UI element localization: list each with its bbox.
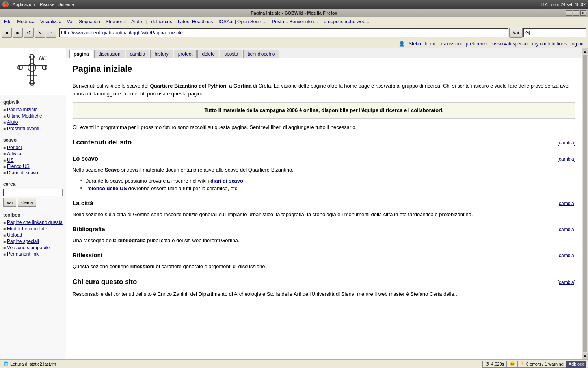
adblock-button[interactable]: Adblock <box>566 361 586 368</box>
contributions-link[interactable]: my contributions <box>532 41 567 47</box>
sidebar-item-prossimi[interactable]: ■ Prossimi eventi <box>3 125 63 132</box>
sidebar-item-pagine-linkano[interactable]: ■ Pagine che linkano questa <box>3 219 63 226</box>
menu-headlines[interactable]: Latest Headlines <box>175 18 215 25</box>
stop-button[interactable]: ✕ <box>35 28 45 38</box>
sidebar-item-upload[interactable]: ■ Upload <box>3 232 63 238</box>
maximize-button[interactable]: □ <box>573 10 579 16</box>
section-citta-edit[interactable]: [cambia] <box>558 200 575 207</box>
sidebar-item-diario[interactable]: ■ Diario di scavo <box>3 170 63 176</box>
sidebar-item-aiuto[interactable]: ■ Aiuto <box>3 119 63 125</box>
sidebar-link-elenco[interactable]: Elenco US <box>7 164 30 169</box>
tab-cambia[interactable]: cambia <box>126 50 150 58</box>
sidebar-link-pagine-linkano[interactable]: Pagine che linkano questa <box>7 220 63 225</box>
os-apple-icon[interactable]: 🍎 <box>2 1 9 7</box>
sidebar-link-pagine-speciali[interactable]: Pagine speciali <box>7 239 39 244</box>
home-button[interactable]: ⌂ <box>46 28 56 38</box>
section-scavo-edit[interactable]: [cambia] <box>558 155 575 163</box>
menu-iosa[interactable]: IOSA.it | Open Sourc... <box>216 18 269 25</box>
back-button[interactable]: ◄ <box>2 28 12 38</box>
sidebar-item-pagine-speciali[interactable]: ■ Pagine speciali <box>3 238 63 245</box>
os-system-menu[interactable]: Sistema <box>58 2 74 7</box>
tab-discussion[interactable]: discussion <box>94 50 125 58</box>
reload-button[interactable]: ↺ <box>24 28 34 38</box>
scroll-up-button[interactable]: ▲ <box>582 48 588 54</box>
sidebar-link-aiuto[interactable]: Aiuto <box>7 120 18 125</box>
menu-strumenti[interactable]: Strumenti <box>103 18 128 25</box>
os-apps-menu[interactable]: Applicazioni <box>13 2 36 7</box>
sidebar-link-ultime[interactable]: Ultime Modifiche <box>7 113 42 119</box>
diari-link[interactable]: diari di scavo <box>210 178 243 184</box>
sidebar-link-pagina[interactable]: Pagina iniziale <box>7 107 37 112</box>
sidebar-link-diario[interactable]: Diario di scavo <box>7 170 38 176</box>
menu-aiuto[interactable]: Aiuto <box>129 18 144 25</box>
menu-visualizza[interactable]: Visualizza <box>38 18 64 25</box>
close-button[interactable]: × <box>580 10 586 16</box>
menu-delicious[interactable]: del.icio.us <box>149 18 175 25</box>
sidebar-gqbwiki-title: gqbwiki <box>3 99 63 105</box>
sidebar-link-attivita[interactable]: Attività <box>7 151 21 157</box>
forward-button[interactable]: ► <box>13 28 23 38</box>
bullet-icon: ■ <box>3 239 6 244</box>
sidebar-item-permanent[interactable]: ■ Permanent link <box>3 251 63 257</box>
sidebar-link-permanent[interactable]: Permanent link <box>7 251 39 257</box>
logout-link[interactable]: log out <box>571 41 585 47</box>
page-intro: Benvenuti sul wiki dello scavo del Quart… <box>73 82 575 97</box>
preferences-link[interactable]: preferenze <box>466 41 488 47</box>
sidebar-link-versione[interactable]: Versione stampabile <box>7 245 50 250</box>
section-contenuti-edit[interactable]: [cambia] <box>558 139 575 146</box>
osservati-link[interactable]: osservati speciali <box>492 41 528 47</box>
menu-posta[interactable]: Posta :: Benvenuto i... <box>270 18 320 25</box>
sidebar-logo: NE <box>0 48 66 95</box>
user-link[interactable]: Steko <box>409 41 421 47</box>
bullet-icon: ■ <box>3 164 6 169</box>
section-chi-cura-edit[interactable]: [cambia] <box>558 279 575 286</box>
sidebar-link-us[interactable]: US <box>7 157 14 163</box>
section-biblio-edit[interactable]: [cambia] <box>558 226 575 233</box>
sidebar-link-upload[interactable]: Upload <box>7 232 22 238</box>
window-controls[interactable]: − □ × <box>566 10 586 16</box>
section-riflessioni-edit[interactable]: [cambia] <box>558 252 575 259</box>
menu-vai[interactable]: Vai <box>65 18 76 25</box>
scroll-down-button[interactable]: ▼ <box>582 353 588 359</box>
scrollbar[interactable]: ▲ ▼ <box>582 48 588 359</box>
elenco-us-link[interactable]: elenco delle US <box>89 185 127 191</box>
minimize-button[interactable]: − <box>566 10 572 16</box>
sidebar-item-periodi[interactable]: ■ Periodi <box>3 144 63 151</box>
tab-pagina[interactable]: pagina <box>69 50 93 58</box>
article: Pagina iniziale Benvenuti sul wiki dello… <box>66 58 582 305</box>
status-loading-text: Lettura di static2.last.fm <box>10 362 56 366</box>
go-button[interactable]: Vai <box>509 28 523 38</box>
sidebar-item-pagina[interactable]: ■ Pagina iniziale <box>3 106 63 113</box>
sidebar-search-input[interactable] <box>3 189 63 196</box>
search-cerca-button[interactable]: Cerca <box>18 198 36 207</box>
sidebar-link-prossimi[interactable]: Prossimi eventi <box>7 126 39 131</box>
scroll-thumb[interactable] <box>583 55 587 352</box>
tab-tieni[interactable]: tieni d'occhio <box>243 50 279 58</box>
tab-delete[interactable]: delete <box>197 50 219 58</box>
sidebar-item-attivita[interactable]: ■ Attività <box>3 151 63 157</box>
firefox-titlebar: Pagina Iniziale - GQBWiki - Mozilla Fire… <box>0 9 588 17</box>
tab-protect[interactable]: protect <box>174 50 197 58</box>
tab-history[interactable]: history <box>150 50 173 58</box>
status-smiley: 😊 <box>507 361 518 368</box>
menu-file[interactable]: File <box>2 18 14 25</box>
sidebar-item-elenco[interactable]: ■ Elenco US <box>3 163 63 170</box>
menu-segnalibri[interactable]: Segnalibri <box>76 18 102 25</box>
tab-sposta[interactable]: sposta <box>220 50 242 58</box>
search-input[interactable] <box>523 28 586 37</box>
url-bar[interactable]: http://www.archeologiabizantina.it/gqb/w… <box>59 28 508 37</box>
bullet-icon: ■ <box>3 114 6 118</box>
search-go-button[interactable]: Vai <box>3 198 16 207</box>
sidebar-link-periodi[interactable]: Periodi <box>7 145 22 150</box>
my-discussions-link[interactable]: le mie discussioni <box>425 41 462 47</box>
sidebar-link-modifiche[interactable]: Modifiche correlate <box>7 226 47 232</box>
nav-bar: ◄ ► ↺ ✕ ⌂ http://www.archeologiabizantin… <box>0 26 588 39</box>
os-resources-menu[interactable]: Risorse <box>40 2 54 7</box>
sidebar-item-modifiche[interactable]: ■ Modifiche correlate <box>3 226 63 232</box>
sidebar-item-versione[interactable]: ■ Versione stampabile <box>3 245 63 251</box>
sidebar-item-us[interactable]: ■ US <box>3 157 63 163</box>
menu-modifica[interactable]: Modifica <box>15 18 37 25</box>
menu-gruppo[interactable]: grupporicerche web... <box>322 18 372 25</box>
sidebar-item-ultime[interactable]: ■ Ultime Modifiche <box>3 113 63 119</box>
section-contenuti-title: I contenuti del sito <box>73 137 132 148</box>
